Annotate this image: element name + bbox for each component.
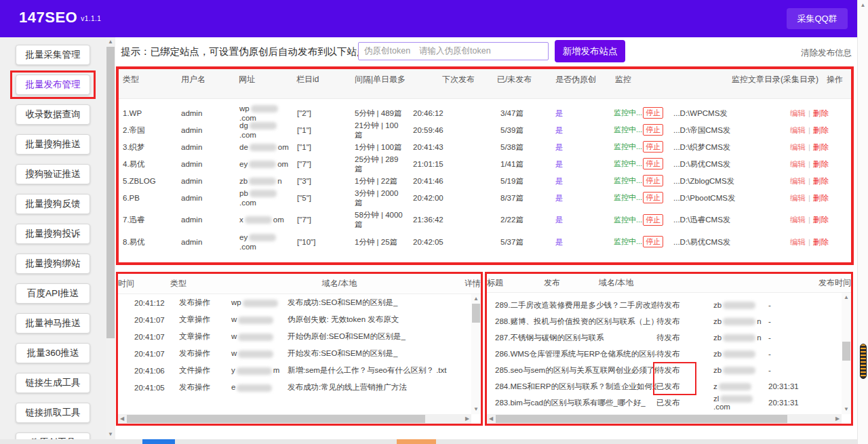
article-title-cell: 286.WMS仓库管理系统与ERP仓储系统的区别与联系 [487,349,656,359]
log-time-cell: 20:41:06 [118,367,179,375]
delete-link[interactable]: 删除 [813,109,829,117]
sidebar-item-label: 搜狗验证推送 [26,168,81,180]
redacted-domain [723,302,755,309]
site-user-cell: admin [181,237,239,247]
stop-monitor-button[interactable]: 停止 [643,158,663,169]
log-detail-cell: 发布成功:SEO和SEM的区别是_ [288,298,481,308]
delete-link[interactable]: 删除 [813,143,829,151]
sidebar-item[interactable]: 批量搜狗投诉 [16,224,90,244]
site-monitor-cell: 监控中...停止 [614,214,673,226]
scroll-down-icon[interactable]: ▼ [471,405,481,413]
stop-monitor-button[interactable]: 停止 [643,141,663,153]
sidebar-item[interactable]: 收录数据查询 [16,104,90,125]
sidebar-item[interactable]: 链接生成工具 [16,373,90,393]
site-pseudo-cell: 是 [555,176,614,186]
scroll-up-icon[interactable]: ▲ [106,38,115,46]
page-scrollbar[interactable]: ▲ [857,0,868,444]
publish-status-cell: 待发布 [656,317,713,327]
stop-monitor-button[interactable]: 停止 [643,175,663,186]
sites-column-header: 间隔|单日最多 [355,75,442,98]
delete-link[interactable]: 删除 [813,238,829,246]
delete-link[interactable]: 删除 [813,126,829,134]
scroll-down-icon[interactable]: ▼ [842,405,851,413]
title-domain-cell: zb [713,366,768,374]
site-interval-cell: 1分钟 | 22篇 [355,176,413,186]
titles-vscroll-thumb[interactable] [842,342,850,361]
edit-link[interactable]: 编辑 [790,126,806,134]
scroll-up-icon[interactable]: ▲ [842,294,851,302]
stop-monitor-button[interactable]: 停止 [643,236,663,247]
stop-monitor-button[interactable]: 停止 [643,124,663,136]
pseudo-token-input[interactable]: 伪原创token 请输入伪原创token [358,42,549,60]
scroll-right-icon[interactable]: ▶ [463,414,471,424]
scroll-right-icon[interactable]: ▶ [833,414,842,424]
redacted-domain [249,234,276,241]
titles-vertical-scrollbar[interactable]: ▲ ▼ [842,293,851,414]
scroll-left-icon[interactable]: ◀ [487,414,495,424]
sidebar-item[interactable]: 批量发布管理 [16,75,90,95]
edit-link[interactable]: 编辑 [790,238,806,246]
sidebar-item[interactable]: 批量搜狗推送 [16,134,90,155]
monitoring-status: 监控中... [614,193,642,201]
log-horizontal-scrollbar[interactable]: ◀ ▶ [118,414,471,424]
monitoring-status: 监控中... [614,237,642,245]
publish-time-cell: 20:31:31 [768,399,851,407]
scroll-up-icon[interactable]: ▲ [858,1,868,9]
log-hscroll-thumb[interactable] [127,415,425,423]
edit-link[interactable]: 编辑 [790,109,806,117]
site-row: 5.ZBLOG admin zbn ["3"] 1分钟 | 22篇 20:41:… [123,172,851,189]
edit-link[interactable]: 编辑 [790,216,806,224]
edit-link[interactable]: 编辑 [790,177,806,185]
scroll-down-icon[interactable]: ▼ [106,430,115,439]
log-vertical-scrollbar[interactable]: ▲ ▼ [471,294,481,414]
delete-link[interactable]: 删除 [813,177,829,185]
page-scrollbar-thumb[interactable] [860,344,867,379]
site-published-cell: 5/38篇 [500,142,555,152]
sidebar-item[interactable]: 链接抓取工具 [16,403,90,423]
title-rows: 289.二手房改造装修费用是多少钱？二手房改造装修... 待发布 zb - 28… [487,293,851,411]
action-separator: | [808,238,810,246]
sidebar-item[interactable]: 批量360推送 [16,343,90,363]
edit-link[interactable]: 编辑 [790,194,806,202]
sidebar-item-label: 链接抓取工具 [26,407,81,419]
content-scrollbar-thumb[interactable] [106,47,115,338]
stop-monitor-button[interactable]: 停止 [643,214,663,226]
title-row: 285.seo与sem的区别与关系互联网创业必须了解的推... 待发布 zb - [487,362,851,378]
title-domain-cell: zb [713,301,768,309]
scroll-up-icon[interactable]: ▲ [471,295,481,303]
log-column-header: 类型 [170,278,226,289]
site-monitor-cell: 监控中...停止 [614,141,673,153]
add-publish-site-button[interactable]: 新增发布站点 [555,40,625,62]
titles-column-header: 发布时间 [818,277,851,289]
edit-link[interactable]: 编辑 [790,143,806,151]
monitoring-status: 监控中... [614,125,642,134]
stop-monitor-button[interactable]: 停止 [643,107,663,119]
delete-link[interactable]: 删除 [813,160,829,168]
titles-hscroll-thumb[interactable] [496,415,787,423]
delete-link[interactable]: 删除 [813,194,829,202]
sidebar-item[interactable]: 批量采集管理 [16,45,90,65]
stop-monitor-button[interactable]: 停止 [643,192,663,203]
sidebar-item[interactable]: 批量神马推送 [16,313,90,334]
edit-link[interactable]: 编辑 [790,160,806,168]
site-column-id-cell: ["3"] [297,176,355,186]
sidebar-item[interactable]: 伪原创工具 [16,432,90,439]
redacted-domain [250,144,277,151]
site-directory-cell: ...D:\WPCMS发 [673,108,790,118]
sidebar-item[interactable]: 搜狗验证推送 [16,164,90,184]
sidebar-item[interactable]: 批量搜狗反馈 [16,194,90,214]
qq-group-button[interactable]: 采集QQ群 [787,8,848,29]
site-directory-cell: ...D:\PbootCMS发 [673,193,790,203]
sidebar-item[interactable]: 批量搜狗绑站 [16,254,90,274]
clear-publish-info-link[interactable]: 清除发布信息 [801,47,852,59]
delete-link[interactable]: 删除 [813,216,829,224]
titles-column-header: 发布 [544,277,599,289]
titles-horizontal-scrollbar[interactable]: ◀ ▶ [487,414,842,424]
scroll-left-icon[interactable]: ◀ [118,414,126,424]
log-vscroll-thumb[interactable] [472,304,480,323]
content-scrollbar[interactable]: ▲ ▼ [106,37,115,439]
site-row: 4.易优 admin eyom ["7"] 25分钟 | 289篇 21:01:… [123,155,851,172]
sidebar-item[interactable]: 百度API推送 [16,283,90,304]
site-monitor-cell: 监控中...停止 [614,158,673,169]
log-row: 20:41:07 发布操作 w 开始发布:SEO和SEM的区别是_ [118,345,481,362]
